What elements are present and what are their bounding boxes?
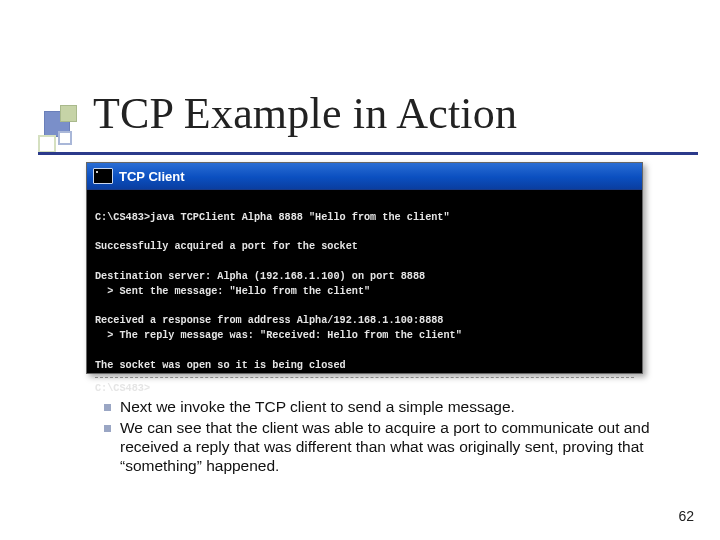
console-divider xyxy=(95,377,634,378)
slide: TCP Example in Action TCP Client C:\CS48… xyxy=(0,0,720,540)
console-line: Successfully acquired a port for the soc… xyxy=(95,241,358,252)
page-number: 62 xyxy=(678,508,694,524)
console-line: C:\CS483> xyxy=(95,383,150,394)
bullet-icon xyxy=(104,425,111,432)
console-screenshot: TCP Client C:\CS483>java TCPClient Alpha… xyxy=(86,162,643,374)
console-line: Received a response from address Alpha/1… xyxy=(95,315,443,326)
bullet-text: We can see that the client was able to a… xyxy=(120,419,670,476)
bullet-icon xyxy=(104,404,111,411)
bullet-list: Next we invoke the TCP client to send a … xyxy=(104,398,670,478)
cmd-icon xyxy=(93,168,113,184)
list-item: We can see that the client was able to a… xyxy=(104,419,670,476)
list-item: Next we invoke the TCP client to send a … xyxy=(104,398,670,417)
bullet-text: Next we invoke the TCP client to send a … xyxy=(120,398,515,417)
title-decoration xyxy=(38,105,98,165)
deco-square xyxy=(38,135,56,153)
window-titlebar: TCP Client xyxy=(87,163,642,190)
console-line: The socket was open so it is being close… xyxy=(95,360,346,371)
deco-square xyxy=(60,105,77,122)
title-underline xyxy=(38,152,698,155)
deco-square xyxy=(58,131,72,145)
slide-title: TCP Example in Action xyxy=(93,88,517,139)
console-body: C:\CS483>java TCPClient Alpha 8888 "Hell… xyxy=(87,190,642,418)
window-title: TCP Client xyxy=(119,169,185,184)
console-line: C:\CS483>java TCPClient Alpha 8888 "Hell… xyxy=(95,212,450,223)
console-line: Destination server: Alpha (192.168.1.100… xyxy=(95,271,425,282)
console-line: > The reply message was: "Received: Hell… xyxy=(95,330,462,341)
console-line: > Sent the message: "Hello from the clie… xyxy=(95,286,370,297)
